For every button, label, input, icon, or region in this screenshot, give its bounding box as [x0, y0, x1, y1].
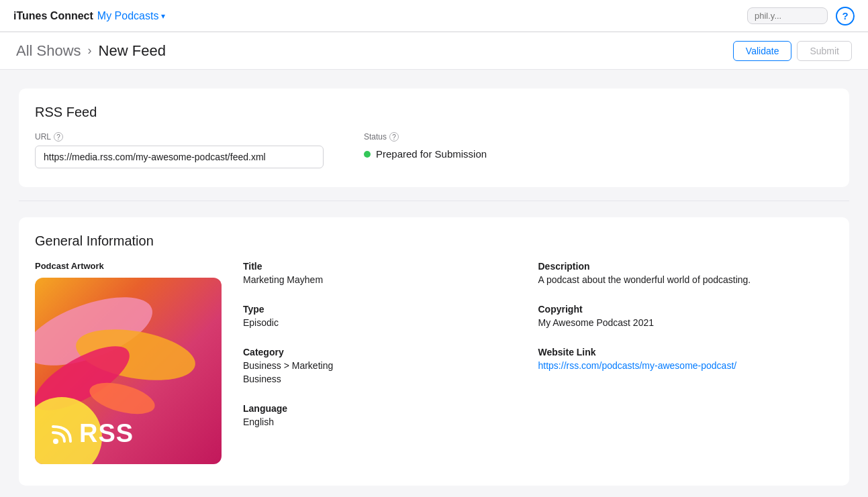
submit-button[interactable]: Submit	[797, 41, 852, 61]
section-divider	[19, 201, 849, 201]
chevron-down-icon: ▾	[161, 11, 165, 21]
type-label: Type	[243, 304, 538, 315]
podcast-artwork: RSS	[35, 278, 222, 464]
title-label: Title	[243, 261, 538, 272]
my-podcasts-nav[interactable]: My Podcasts ▾	[97, 10, 166, 22]
url-input[interactable]	[35, 146, 324, 168]
breadcrumb-actions: Validate Submit	[733, 41, 852, 61]
language-field: Language English	[243, 403, 538, 427]
info-col-middle: Title Marketing Mayhem Type Episodic Cat…	[243, 261, 538, 464]
blob5	[87, 377, 158, 421]
status-label: Status ?	[364, 132, 487, 142]
status-value: Prepared for Submission	[364, 146, 487, 160]
status-help-icon[interactable]: ?	[389, 132, 399, 142]
title-value: Marketing Mayhem	[243, 274, 538, 285]
search-input[interactable]	[747, 7, 828, 24]
description-field: Description A podcast about the wonderfu…	[538, 261, 834, 285]
url-field-group: URL ?	[35, 132, 324, 168]
category-label: Category	[243, 347, 538, 357]
new-feed-title: New Feed	[99, 42, 166, 60]
validate-button[interactable]: Validate	[733, 41, 792, 61]
general-info-section: General Information Podcast Artwork	[19, 217, 849, 486]
breadcrumb-bar: All Shows › New Feed Validate Submit	[0, 32, 868, 70]
url-label: URL ?	[35, 132, 324, 142]
app-title: iTunes Connect	[13, 10, 93, 22]
category-value-line1: Business > Marketing	[243, 360, 538, 371]
rss-fields: URL ? Status ? Prepared for Submission	[35, 132, 833, 168]
breadcrumb-separator: ›	[88, 44, 92, 58]
artwork-column: Podcast Artwork RSS	[35, 261, 243, 464]
breadcrumb: All Shows › New Feed	[16, 42, 166, 60]
all-shows-link[interactable]: All Shows	[16, 42, 81, 60]
rss-logo: RSS	[51, 419, 134, 448]
main-content: RSS Feed URL ? Status ? Prepared for Sub…	[0, 70, 868, 497]
info-col-right: Description A podcast about the wonderfu…	[538, 261, 834, 464]
rss-icon	[51, 422, 75, 446]
general-info-title: General Information	[35, 233, 833, 249]
status-field-group: Status ? Prepared for Submission	[364, 132, 487, 160]
rss-feed-section: RSS Feed URL ? Status ? Prepared for Sub…	[19, 89, 849, 187]
language-value: English	[243, 417, 538, 427]
help-button[interactable]: ?	[836, 7, 855, 25]
status-text: Prepared for Submission	[376, 148, 487, 160]
copyright-value: My Awesome Podcast 2021	[538, 317, 834, 328]
general-info-grid: Podcast Artwork RSS	[35, 261, 833, 464]
rss-text: RSS	[79, 419, 134, 448]
top-nav: iTunes Connect My Podcasts ▾ ?	[0, 0, 868, 32]
category-field: Category Business > Marketing Business	[243, 347, 538, 384]
my-podcasts-label: My Podcasts	[97, 10, 159, 22]
language-label: Language	[243, 403, 538, 414]
category-value-line2: Business	[243, 374, 538, 384]
url-help-icon[interactable]: ?	[54, 132, 63, 142]
svg-point-0	[53, 439, 58, 444]
description-value: A podcast about the wonderful world of p…	[538, 274, 834, 285]
website-field: Website Link https://rss.com/podcasts/my…	[538, 347, 834, 371]
rss-feed-title: RSS Feed	[35, 105, 833, 120]
website-link[interactable]: https://rss.com/podcasts/my-awesome-podc…	[538, 360, 834, 371]
copyright-label: Copyright	[538, 304, 834, 315]
top-nav-right: ?	[747, 7, 855, 25]
website-label: Website Link	[538, 347, 834, 357]
type-value: Episodic	[243, 317, 538, 328]
type-field: Type Episodic	[243, 304, 538, 328]
copyright-field: Copyright My Awesome Podcast 2021	[538, 304, 834, 328]
title-field: Title Marketing Mayhem	[243, 261, 538, 285]
description-label: Description	[538, 261, 834, 272]
status-dot	[364, 151, 371, 158]
artwork-label: Podcast Artwork	[35, 261, 243, 271]
info-columns: Title Marketing Mayhem Type Episodic Cat…	[243, 261, 833, 464]
top-nav-left: iTunes Connect My Podcasts ▾	[13, 10, 165, 22]
